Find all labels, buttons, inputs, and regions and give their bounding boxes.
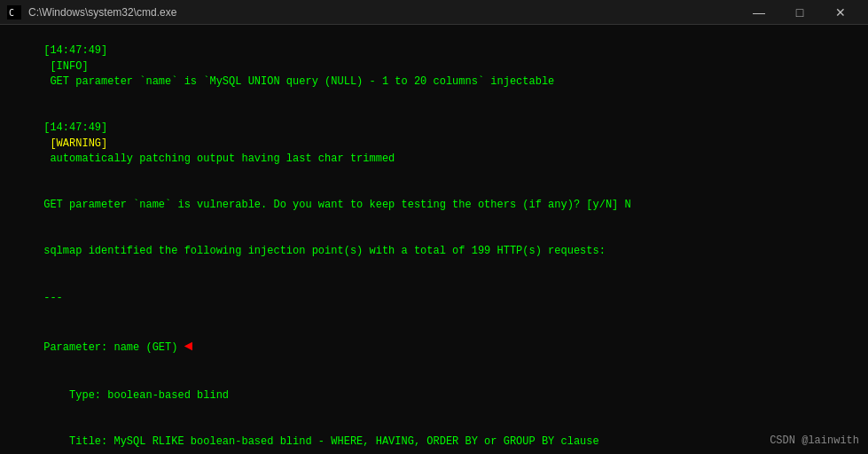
divider-text: ---: [43, 292, 63, 304]
line-text: sqlmap identified the following injectio…: [43, 245, 606, 257]
terminal-line: [14:47:49] [WARNING] automatically patch…: [5, 106, 863, 183]
timestamp: [14:47:49]: [43, 44, 107, 57]
window-title: C:\Windows\system32\cmd.exe: [28, 6, 739, 19]
warn-tag: [WARNING]: [43, 137, 107, 150]
line-text: Title: MySQL RLIKE boolean-based blind -…: [43, 435, 599, 448]
terminal-divider: ---: [5, 275, 863, 321]
line-text: Type: boolean-based blind: [43, 389, 229, 402]
window-controls: — □ ✕: [739, 0, 861, 25]
svg-text:C: C: [9, 8, 14, 18]
terminal-line: Type: boolean-based blind: [5, 372, 863, 419]
timestamp: [14:47:49]: [43, 121, 107, 134]
window: C C:\Windows\system32\cmd.exe — □ ✕ [14:…: [0, 0, 868, 454]
arrow-icon: ◄: [184, 339, 193, 355]
cmd-icon: C: [7, 5, 21, 20]
minimize-button[interactable]: —: [739, 0, 779, 25]
line-text: GET parameter `name` is `MySQL UNION que…: [43, 75, 554, 88]
terminal-output: [14:47:49] [INFO] GET parameter `name` i…: [0, 25, 868, 454]
terminal-line: GET parameter `name` is vulnerable. Do y…: [5, 183, 863, 229]
terminal-line: sqlmap identified the following injectio…: [5, 229, 863, 275]
titlebar: C C:\Windows\system32\cmd.exe — □ ✕: [0, 0, 868, 25]
param-header: Parameter: name (GET): [43, 341, 184, 354]
terminal-line: Title: MySQL RLIKE boolean-based blind -…: [5, 419, 863, 454]
watermark: CSDN @lainwith: [770, 434, 859, 449]
terminal-line: Parameter: name (GET) ◄: [5, 321, 863, 372]
info-tag: [INFO]: [43, 60, 88, 73]
terminal-line: [14:47:49] [INFO] GET parameter `name` i…: [5, 28, 863, 106]
line-text: automatically patching output having las…: [43, 153, 395, 165]
maximize-button[interactable]: □: [779, 0, 820, 25]
line-text: GET parameter `name` is vulnerable. Do y…: [43, 199, 631, 211]
close-button[interactable]: ✕: [820, 0, 861, 25]
